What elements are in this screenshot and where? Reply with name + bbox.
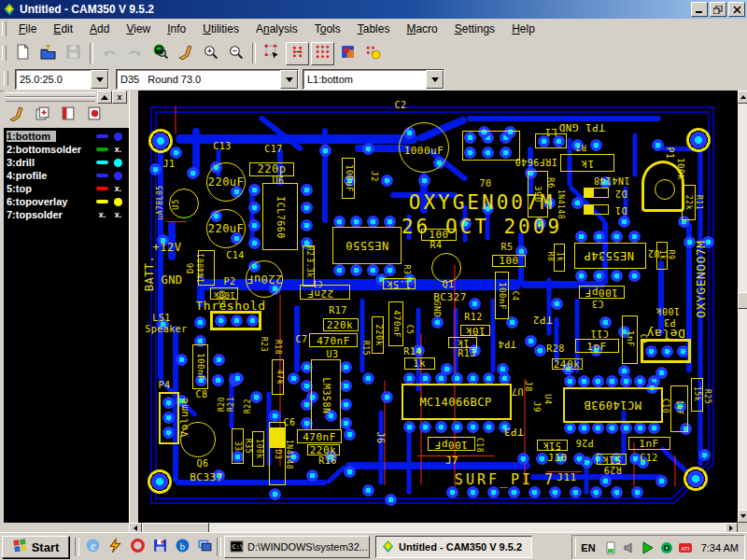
menu-file[interactable]: File <box>10 21 45 37</box>
pcb-trace <box>322 128 328 223</box>
layer-draw-indicator[interactable] <box>94 187 110 190</box>
taskbar-separator[interactable] <box>217 538 221 556</box>
scroll-down-button[interactable] <box>738 510 747 523</box>
pcb-label: MC14093B <box>584 399 641 411</box>
taskbar-separator[interactable] <box>75 538 79 556</box>
pcb-pad <box>628 231 641 243</box>
pcb-label: 1nF <box>626 330 634 347</box>
antivirus-tray-icon[interactable] <box>659 540 674 555</box>
volume-tray-icon[interactable] <box>622 540 637 555</box>
grid-combo[interactable]: 25.0:25.0 <box>15 69 109 90</box>
menu-view[interactable]: View <box>118 21 159 37</box>
menu-grip[interactable] <box>2 21 7 36</box>
layer-row[interactable]: 2:bottomsolderx. <box>4 143 129 156</box>
layer-draw-indicator[interactable] <box>94 161 110 164</box>
horizontal-scrollbar[interactable] <box>129 523 738 532</box>
grid-small-button[interactable] <box>286 42 309 65</box>
desktop-quicklaunch-button[interactable] <box>194 538 215 556</box>
redraw-button[interactable] <box>6 105 26 125</box>
ati-tray-icon[interactable]: ATI <box>678 540 693 555</box>
grid-large-button[interactable] <box>311 42 334 65</box>
opera-quicklaunch-button[interactable] <box>127 538 148 556</box>
toolbar-grip[interactable] <box>2 46 7 61</box>
layer-row[interactable]: 4:profile <box>4 169 129 182</box>
babylon-quicklaunch-button[interactable]: b <box>172 538 192 556</box>
floppy-quicklaunch-button[interactable] <box>149 538 170 556</box>
minimize-button[interactable] <box>691 2 708 17</box>
new-button[interactable] <box>11 42 35 65</box>
layer-flash-indicator[interactable]: x. <box>110 184 126 193</box>
pcb-pad <box>418 175 430 187</box>
layer-draw-indicator[interactable] <box>94 147 110 151</box>
undo-button[interactable] <box>98 42 121 65</box>
menu-tables[interactable]: Tables <box>349 21 399 37</box>
vscroll-thumb[interactable] <box>738 292 747 309</box>
toolbar-separator <box>252 43 256 63</box>
winamp-quicklaunch-button[interactable] <box>105 538 125 556</box>
grid-combo-arrow[interactable] <box>91 70 108 89</box>
layer-row[interactable]: 7:topsolderx.x. <box>4 208 129 221</box>
menu-info[interactable]: Info <box>159 21 194 37</box>
palette-button[interactable] <box>336 42 359 65</box>
layer-draw-indicator[interactable] <box>94 200 110 203</box>
close-button[interactable] <box>728 2 745 17</box>
layer-draw-indicator[interactable] <box>94 174 110 177</box>
view-filter-button[interactable] <box>148 42 172 65</box>
menu-tools[interactable]: Tools <box>306 21 349 37</box>
task-button[interactable]: Untitled - CAM350 V 9.5.2 <box>375 536 532 558</box>
redo-button[interactable] <box>123 42 147 65</box>
layer-combo-arrow[interactable] <box>426 70 444 89</box>
open-button[interactable] <box>36 42 60 65</box>
combobar-grip[interactable] <box>4 71 8 86</box>
start-button[interactable]: Start <box>2 536 69 558</box>
scroll-up-button[interactable] <box>738 91 747 104</box>
vertical-scrollbar[interactable] <box>738 91 747 523</box>
layer-combo[interactable]: L1:bottom <box>303 69 444 90</box>
battery-tray-icon[interactable] <box>603 540 618 555</box>
ie-quicklaunch-button[interactable]: e <box>82 538 103 556</box>
layer-flash-indicator[interactable]: x. <box>110 145 126 154</box>
menu-utilities[interactable]: Utilities <box>194 21 247 37</box>
save-button[interactable] <box>62 42 85 65</box>
add-layer-button[interactable] <box>32 105 52 125</box>
task-button[interactable]: C:\D:\WINDOWS\system32... <box>224 536 370 558</box>
pcb-label: R25 <box>703 389 711 404</box>
pcb-label: 1k <box>658 250 666 260</box>
language-indicator[interactable]: EN <box>578 541 598 554</box>
panel-collapse-button[interactable] <box>97 91 112 104</box>
highlight-button[interactable] <box>361 42 385 65</box>
zoom-in-button[interactable] <box>199 42 222 65</box>
layer-record-button[interactable] <box>84 105 105 125</box>
menu-edit[interactable]: Edit <box>45 21 81 37</box>
origin-button[interactable] <box>261 42 284 65</box>
pcb-label: R15 <box>361 341 369 356</box>
layer-flash-indicator[interactable]: x. <box>110 210 126 219</box>
pcb-pad <box>435 421 447 433</box>
panel-close-button[interactable]: x <box>112 91 127 104</box>
pcb-pad <box>536 453 548 465</box>
layer-row[interactable]: 1:bottom <box>4 130 129 143</box>
dcode-combo[interactable]: D35 Round 73.0 <box>116 69 299 90</box>
layer-draw-indicator[interactable] <box>94 134 110 138</box>
layers-panel-header[interactable]: x <box>4 91 129 103</box>
menu-help[interactable]: Help <box>503 21 543 37</box>
pcb-canvas[interactable]: OXYGEN007M26 OCT 2009SURF_PI 770C21000uF… <box>138 91 738 523</box>
pointer-tray-icon[interactable] <box>641 540 655 555</box>
layer-draw-indicator[interactable]: x. <box>94 210 110 219</box>
layer-flash-indicator[interactable] <box>110 198 126 206</box>
layer-row[interactable]: 3:drill <box>4 156 129 169</box>
menu-analysis[interactable]: Analysis <box>247 21 306 37</box>
restore-button[interactable] <box>710 2 726 17</box>
layer-row[interactable]: 5:topx. <box>4 182 129 195</box>
layer-row[interactable]: 6:topoverlay <box>4 195 129 208</box>
menu-settings[interactable]: Settings <box>446 21 503 37</box>
layer-book-button[interactable] <box>58 105 78 125</box>
menu-add[interactable]: Add <box>81 21 118 37</box>
redraw-button[interactable] <box>174 42 197 65</box>
layer-flash-indicator[interactable] <box>110 159 126 167</box>
dcode-combo-arrow[interactable] <box>280 70 298 89</box>
layer-flash-indicator[interactable] <box>110 133 126 141</box>
layer-flash-indicator[interactable] <box>110 172 126 180</box>
zoom-out-button[interactable] <box>224 42 247 65</box>
menu-macro[interactable]: Macro <box>398 21 445 37</box>
